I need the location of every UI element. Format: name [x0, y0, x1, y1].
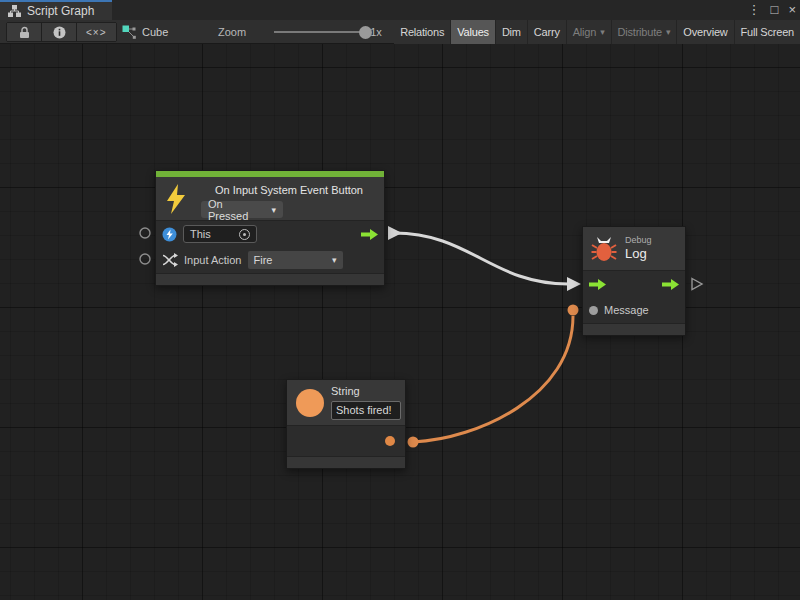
lightning-icon — [165, 184, 187, 214]
event-node-title: On Input System Event Button — [200, 184, 378, 196]
string-node-footer — [287, 456, 405, 468]
exec-exit-port[interactable] — [662, 279, 679, 290]
graph-asset-icon — [122, 25, 136, 39]
event-node-footer — [156, 273, 384, 285]
object-picker-icon[interactable] — [239, 229, 250, 240]
unconnected-exit-triangle[interactable] — [692, 279, 702, 290]
close-icon[interactable]: × — [788, 0, 796, 20]
event-target-row: This — [156, 221, 384, 247]
value-wire[interactable] — [413, 316, 573, 442]
carry-button[interactable]: Carry — [528, 20, 566, 44]
graph-name: Cube — [142, 26, 168, 38]
debug-exec-row — [583, 271, 685, 297]
input-action-row: Input Action Fire ▾ — [156, 247, 384, 273]
string-output-port[interactable] — [385, 436, 395, 446]
toolbar-left-group: <×> — [6, 22, 117, 42]
chevron-down-icon: ▾ — [666, 27, 670, 37]
graph-canvas[interactable]: On Input System Event Button On Pressed … — [0, 44, 800, 600]
input-action-icon — [162, 253, 178, 267]
message-row: Message — [583, 297, 685, 323]
chevron-down-icon: ▾ — [271, 205, 276, 215]
unconnected-port-circle[interactable] — [140, 254, 150, 264]
chevron-down-icon: ▾ — [600, 27, 604, 37]
debug-node-footer — [583, 323, 685, 335]
inspector-button[interactable] — [42, 23, 76, 41]
wire-arrowhead[interactable] — [567, 277, 581, 291]
wire-start-triangle[interactable] — [388, 226, 402, 240]
code-view-icon: <×> — [86, 27, 107, 38]
values-button[interactable]: Values — [451, 20, 495, 44]
lock-button[interactable] — [7, 23, 41, 41]
code-view-button[interactable]: <×> — [77, 23, 116, 41]
zoom-slider-handle[interactable] — [359, 26, 372, 39]
wire-end-circle[interactable] — [568, 305, 579, 316]
overview-button[interactable]: Overview — [677, 20, 733, 44]
bug-icon — [591, 236, 617, 262]
string-node-title: String — [331, 385, 399, 397]
graph-breadcrumb[interactable]: Cube — [122, 20, 168, 44]
full-screen-button[interactable]: Full Screen — [735, 20, 800, 44]
maximize-icon[interactable]: □ — [771, 0, 779, 20]
distribute-dropdown[interactable]: Distribute▾ — [612, 20, 677, 44]
input-action-label: Input Action — [184, 254, 242, 266]
window-menu-icon[interactable]: ⋮ — [748, 0, 761, 20]
event-target-icon — [162, 227, 177, 242]
chevron-down-icon: ▾ — [332, 255, 337, 265]
control-wire[interactable] — [394, 233, 568, 284]
debug-node-category: Debug — [625, 235, 652, 246]
string-value-input[interactable] — [331, 401, 401, 420]
message-input-port[interactable] — [589, 306, 598, 315]
node-debug-log[interactable]: Debug Log Message — [582, 226, 686, 336]
tab-bar: Script Graph ⋮ □ × — [0, 0, 800, 20]
zoom-slider[interactable] — [274, 31, 366, 33]
dim-button[interactable]: Dim — [496, 20, 527, 44]
node-on-input-system-event-button[interactable]: On Input System Event Button On Pressed … — [155, 170, 385, 286]
graph-toolbar: <×> Cube Zoom 1x Relations Values Dim Ca… — [0, 20, 800, 44]
tab-script-graph[interactable]: Script Graph — [0, 0, 112, 20]
tab-title: Script Graph — [27, 4, 94, 18]
input-action-dropdown[interactable]: Fire ▾ — [248, 251, 343, 269]
unconnected-port-circle[interactable] — [140, 228, 150, 238]
info-icon — [53, 26, 66, 39]
debug-node-title: Log — [625, 246, 652, 262]
message-label: Message — [604, 304, 649, 316]
toolbar-right-group: Relations Values Dim Carry Align▾ Distri… — [394, 20, 800, 44]
trigger-dropdown[interactable]: On Pressed ▾ — [201, 201, 283, 218]
exec-output-port[interactable] — [361, 229, 378, 240]
script-graph-icon — [8, 5, 21, 17]
zoom-control: Zoom 1x — [218, 20, 382, 44]
wire-start-circle[interactable] — [408, 437, 419, 448]
this-field[interactable]: This — [183, 225, 257, 243]
exec-input-port[interactable] — [589, 279, 606, 290]
align-dropdown[interactable]: Align▾ — [567, 20, 611, 44]
relations-button[interactable]: Relations — [394, 20, 450, 44]
zoom-label: Zoom — [218, 26, 246, 38]
lock-icon — [19, 26, 30, 39]
string-type-icon — [296, 389, 324, 417]
window-controls: ⋮ □ × — [748, 0, 796, 20]
node-string-literal[interactable]: String — [286, 379, 406, 469]
